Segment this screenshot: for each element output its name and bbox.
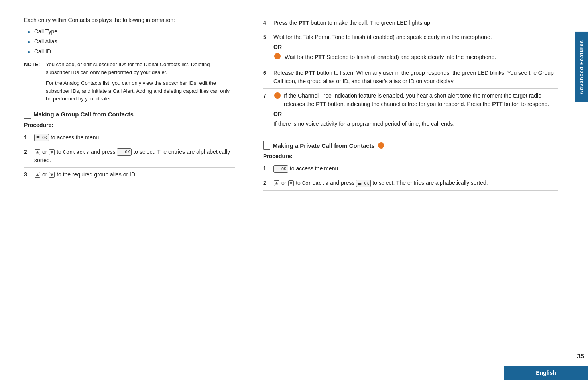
steps-list-right: 4 Press the PTT button to make the call.… bbox=[263, 16, 558, 131]
step-right-4: 4 Press the PTT button to make the call.… bbox=[263, 16, 558, 30]
procedure-label-right: Procedure: bbox=[263, 153, 558, 159]
steps-list-left: 1 ☰ OK to access the menu. 2 or to Conta… bbox=[24, 131, 235, 182]
bullet-list: Call Type Call Alias Call ID bbox=[28, 27, 235, 56]
language-label: English bbox=[504, 366, 588, 380]
section1-title: Making a Group Call from Contacts bbox=[33, 111, 134, 118]
doc-icon-2 bbox=[263, 141, 270, 150]
step-right2-2: 2 or to Contacts and press ☰ OK to selec… bbox=[263, 176, 558, 191]
step-left-1: 1 ☰ OK to access the menu. bbox=[24, 131, 235, 145]
note-label: NOTE: bbox=[24, 61, 46, 103]
step-num-r6: 6 bbox=[263, 69, 269, 77]
step-num-r4: 4 bbox=[263, 19, 269, 27]
step-num-r7: 7 bbox=[263, 92, 269, 100]
page-number: 35 bbox=[577, 353, 584, 360]
section1-heading: Making a Group Call from Contacts bbox=[24, 110, 235, 119]
step-content-r4: Press the PTT button to make the call. T… bbox=[273, 19, 558, 27]
page-container: Each entry within Contacts displays the … bbox=[0, 0, 588, 380]
down-arrow-icon-2a bbox=[49, 149, 55, 155]
ptt-icon-5 bbox=[274, 53, 281, 59]
menu-btn-icon-r2-2: ☰ OK bbox=[356, 180, 371, 187]
note-block: NOTE: You can add, or edit subscriber ID… bbox=[24, 61, 235, 103]
sidebar: Advanced Features bbox=[566, 12, 588, 380]
step-right-6: 6 Release the PTT button to listen. When… bbox=[263, 66, 558, 89]
step-right2-1: 1 ☰ OK to access the menu. bbox=[263, 162, 558, 176]
steps-list-right2: 1 ☰ OK to access the menu. 2 or to Conta… bbox=[263, 162, 558, 191]
down-arrow-icon-r2-2a bbox=[288, 180, 294, 186]
step-content-r6: Release the PTT button to listen. When a… bbox=[273, 69, 558, 86]
right-column: 4 Press the PTT button to make the call.… bbox=[247, 12, 566, 380]
sidebar-tab: Advanced Features bbox=[575, 32, 588, 102]
bullet-item-1: Call Type bbox=[28, 27, 235, 36]
step-num-2: 2 bbox=[24, 148, 30, 156]
down-arrow-icon-3 bbox=[49, 172, 55, 178]
or-label-7: OR bbox=[273, 110, 558, 118]
note-text: You can add, or edit subscriber IDs for … bbox=[46, 61, 235, 103]
step-content-r2-1: ☰ OK to access the menu. bbox=[273, 165, 558, 173]
step-num-r2-1: 1 bbox=[263, 165, 269, 173]
step-right-5: 5 Wait for the Talk Permit Tone to finis… bbox=[263, 30, 558, 66]
menu-btn-icon-2: ☰ OK bbox=[117, 148, 132, 156]
section2-heading: Making a Private Call from Contacts bbox=[263, 141, 558, 150]
step-content-3: or to the required group alias or ID. bbox=[34, 170, 235, 179]
up-arrow-icon-2a bbox=[35, 149, 40, 155]
left-column: Each entry within Contacts displays the … bbox=[0, 12, 247, 380]
or-sub-5: Wait for the PTT Sidetone to finish (if … bbox=[273, 53, 558, 61]
doc-icon bbox=[24, 110, 31, 119]
bullet-item-3: Call ID bbox=[28, 47, 235, 56]
note-para-1: You can add, or edit subscriber IDs for … bbox=[46, 61, 235, 76]
step-num-3: 3 bbox=[24, 170, 30, 179]
menu-btn-icon-1: ☰ OK bbox=[34, 134, 49, 141]
ptt-icon-section2 bbox=[378, 142, 384, 149]
up-arrow-icon-3 bbox=[35, 172, 40, 178]
or-label-5: OR bbox=[273, 43, 558, 51]
step-num-1: 1 bbox=[24, 133, 30, 142]
step-num-r2-2: 2 bbox=[263, 179, 269, 187]
bullet-item-2: Call Alias bbox=[28, 37, 235, 46]
step-content-r7: If the Channel Free Indication feature i… bbox=[273, 92, 558, 128]
main-content: Each entry within Contacts displays the … bbox=[0, 0, 588, 380]
section2-title: Making a Private Call from Contacts bbox=[273, 142, 375, 149]
intro-text: Each entry within Contacts displays the … bbox=[24, 16, 235, 24]
up-arrow-icon-r2-2a bbox=[274, 180, 279, 186]
step-left-3: 3 or to the required group alias or ID. bbox=[24, 168, 235, 182]
step-num-r5: 5 bbox=[263, 33, 269, 41]
ptt-icon-7 bbox=[274, 92, 281, 99]
step-left-2: 2 or to Contacts and press ☰ OK to selec… bbox=[24, 145, 235, 168]
step-content-r2-2: or to Contacts and press ☰ OK to select.… bbox=[273, 179, 558, 188]
menu-btn-icon-r2-1: ☰ OK bbox=[273, 165, 288, 173]
note-para-2: For the Analog Contacts list, you can on… bbox=[46, 79, 235, 103]
step-content-r5: Wait for the Talk Permit Tone to finish … bbox=[273, 33, 558, 63]
step-content-1: ☰ OK to access the menu. bbox=[34, 133, 235, 142]
procedure-label-left: Procedure: bbox=[24, 122, 235, 128]
step-right-7: 7 If the Channel Free Indication feature… bbox=[263, 89, 558, 131]
step-content-2: or to Contacts and press ☰ OK to select.… bbox=[34, 148, 235, 165]
